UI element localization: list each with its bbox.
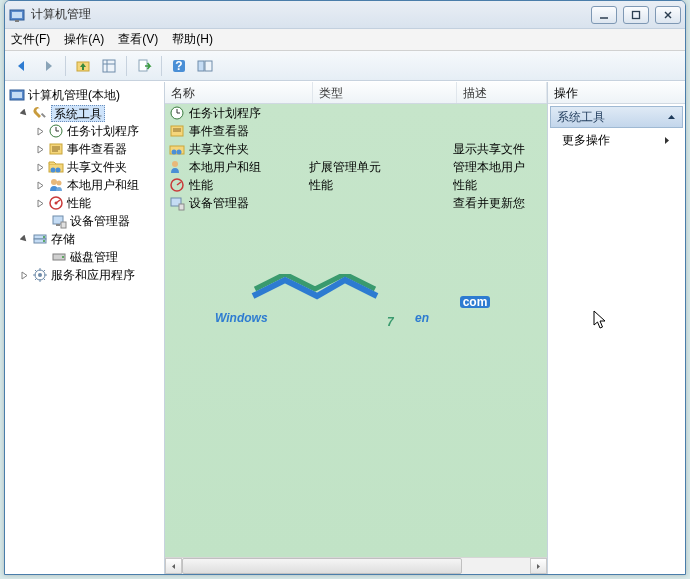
tree-label: 设备管理器 — [70, 213, 130, 230]
tree-task-scheduler[interactable]: 任务计划程序 — [5, 122, 164, 140]
expand-icon[interactable] — [35, 198, 46, 209]
tree-local-users[interactable]: 本地用户和组 — [5, 176, 164, 194]
collapse-icon[interactable] — [19, 108, 30, 119]
show-hide-button[interactable] — [194, 55, 216, 77]
more-actions-label: 更多操作 — [562, 132, 610, 149]
svg-point-54 — [172, 161, 178, 167]
expand-icon[interactable] — [19, 270, 30, 281]
computer-mgmt-icon — [9, 87, 25, 103]
list-item[interactable]: 共享文件夹 显示共享文件 — [165, 140, 547, 158]
tree-services-apps[interactable]: 服务和应用程序 — [5, 266, 164, 284]
tree-device-manager[interactable]: 设备管理器 — [5, 212, 164, 230]
item-name: 性能 — [189, 177, 213, 194]
back-button[interactable] — [11, 55, 33, 77]
expand-icon[interactable] — [35, 126, 46, 137]
scroll-thumb[interactable] — [182, 558, 462, 574]
tools-icon — [32, 105, 48, 121]
services-icon — [32, 267, 48, 283]
col-desc[interactable]: 描述 — [457, 82, 547, 103]
device-mgr-icon — [51, 213, 67, 229]
tree-performance[interactable]: 性能 — [5, 194, 164, 212]
tree-label: 系统工具 — [51, 105, 105, 122]
list-item[interactable]: 设备管理器 查看并更新您 — [165, 194, 547, 212]
horizontal-scrollbar[interactable] — [165, 557, 547, 574]
performance-icon — [48, 195, 64, 211]
tree-disk-management[interactable]: 磁盘管理 — [5, 248, 164, 266]
up-button[interactable] — [72, 55, 94, 77]
help-button[interactable]: ? — [168, 55, 190, 77]
svg-rect-1 — [12, 12, 22, 18]
svg-text:com: com — [463, 295, 488, 309]
minimize-button[interactable] — [591, 6, 617, 24]
actions-group-bar[interactable]: 系统工具 — [550, 106, 683, 128]
tree-label: 磁盘管理 — [70, 249, 118, 266]
expand-icon[interactable] — [35, 144, 46, 155]
svg-rect-14 — [198, 61, 204, 71]
toolbar-separator — [161, 56, 162, 76]
forward-button[interactable] — [37, 55, 59, 77]
svg-rect-36 — [61, 222, 66, 228]
titlebar[interactable]: 计算机管理 — [5, 1, 685, 29]
close-button[interactable] — [655, 6, 681, 24]
list-panel: 名称 类型 描述 任务计划程序 事件查看器 共享文件夹 显示 — [165, 82, 548, 574]
item-name: 任务计划程序 — [189, 105, 261, 122]
col-type[interactable]: 类型 — [313, 82, 457, 103]
export-button[interactable] — [133, 55, 155, 77]
tree-label: 共享文件夹 — [67, 159, 127, 176]
tree-label: 性能 — [67, 195, 91, 212]
svg-point-39 — [43, 236, 45, 238]
svg-text:en: en — [415, 311, 429, 325]
tree-label: 计算机管理(本地) — [28, 87, 120, 104]
col-name[interactable]: 名称 — [165, 82, 313, 103]
collapse-arrow-icon — [667, 113, 676, 122]
properties-button[interactable] — [98, 55, 120, 77]
body: 计算机管理(本地) 系统工具 任务计划程序 事件查看器 共享文件夹 — [5, 81, 685, 574]
tree-system-tools[interactable]: 系统工具 — [5, 104, 164, 122]
menu-view[interactable]: 查看(V) — [118, 31, 158, 48]
svg-rect-18 — [41, 113, 46, 118]
users-icon — [48, 177, 64, 193]
actions-group-label: 系统工具 — [557, 109, 605, 126]
tree-event-viewer[interactable]: 事件查看器 — [5, 140, 164, 158]
list-item[interactable]: 本地用户和组 扩展管理单元 管理本地用户 — [165, 158, 547, 176]
menu-help[interactable]: 帮助(H) — [172, 31, 213, 48]
tree-shared-folders[interactable]: 共享文件夹 — [5, 158, 164, 176]
actions-header: 操作 — [548, 82, 685, 104]
collapse-icon[interactable] — [19, 234, 30, 245]
list-item[interactable]: 事件查看器 — [165, 122, 547, 140]
item-name: 设备管理器 — [189, 195, 249, 212]
svg-rect-8 — [103, 60, 115, 72]
expand-icon[interactable] — [35, 162, 46, 173]
tree-root[interactable]: 计算机管理(本地) — [5, 86, 164, 104]
device-mgr-icon — [169, 195, 185, 211]
tree-label: 事件查看器 — [67, 141, 127, 158]
list-body[interactable]: 任务计划程序 事件查看器 共享文件夹 显示共享文件 本地用户和组 扩展管理单元 — [165, 104, 547, 557]
list-item[interactable]: 任务计划程序 — [165, 104, 547, 122]
svg-point-28 — [56, 168, 61, 173]
svg-point-33 — [55, 202, 58, 205]
expand-icon[interactable] — [35, 180, 46, 191]
app-icon — [9, 7, 25, 23]
clock-icon — [48, 123, 64, 139]
item-name: 本地用户和组 — [189, 159, 261, 176]
menu-action[interactable]: 操作(A) — [64, 31, 104, 48]
svg-point-40 — [43, 240, 45, 242]
list-item[interactable]: 性能 性能 性能 — [165, 176, 547, 194]
maximize-button[interactable] — [623, 6, 649, 24]
computer-management-window: 计算机管理 文件(F) 操作(A) 查看(V) 帮助(H) ? 计算机管理(本地… — [4, 0, 686, 575]
scroll-right-button[interactable] — [530, 558, 547, 574]
tree-storage[interactable]: 存储 — [5, 230, 164, 248]
item-type: 性能 — [309, 177, 453, 194]
item-desc: 性能 — [453, 177, 547, 194]
menu-file[interactable]: 文件(F) — [11, 31, 50, 48]
more-actions-item[interactable]: 更多操作 — [548, 130, 685, 150]
svg-point-42 — [62, 256, 64, 258]
svg-rect-2 — [15, 20, 19, 22]
svg-point-30 — [57, 181, 62, 186]
tree-panel[interactable]: 计算机管理(本地) 系统工具 任务计划程序 事件查看器 共享文件夹 — [5, 82, 165, 574]
menubar: 文件(F) 操作(A) 查看(V) 帮助(H) — [5, 29, 685, 51]
actions-panel: 操作 系统工具 更多操作 — [548, 82, 685, 574]
scroll-track[interactable] — [182, 558, 530, 574]
svg-text:Windows: Windows — [215, 311, 268, 325]
scroll-left-button[interactable] — [165, 558, 182, 574]
